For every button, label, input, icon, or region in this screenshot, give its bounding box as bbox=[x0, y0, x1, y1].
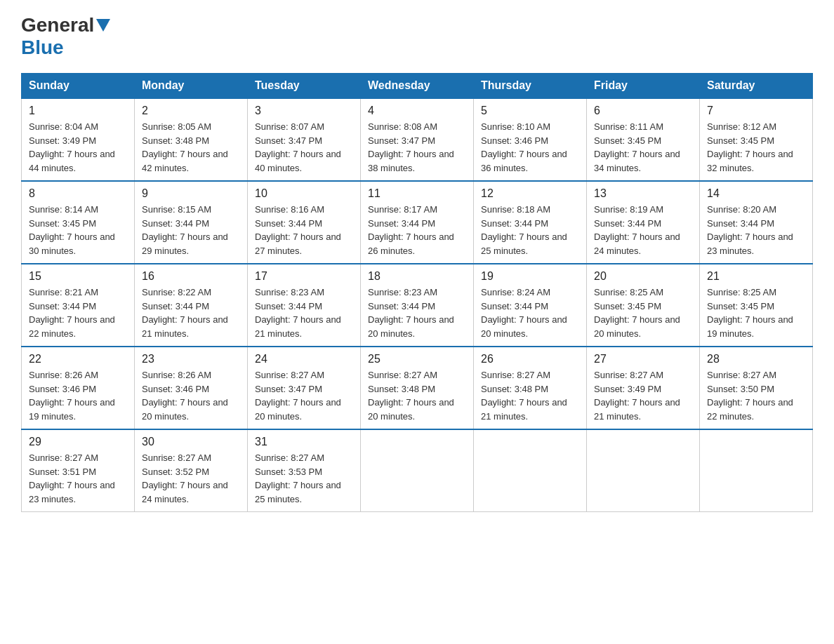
calendar-week-row: 15 Sunrise: 8:21 AMSunset: 3:44 PMDaylig… bbox=[22, 264, 813, 347]
logo-general-text: General bbox=[21, 14, 94, 36]
calendar-cell: 21 Sunrise: 8:25 AMSunset: 3:45 PMDaylig… bbox=[700, 264, 813, 347]
calendar-cell bbox=[700, 429, 813, 512]
calendar-cell bbox=[587, 429, 700, 512]
calendar-cell: 3 Sunrise: 8:07 AMSunset: 3:47 PMDayligh… bbox=[248, 98, 361, 181]
day-number: 22 bbox=[29, 353, 127, 365]
day-info: Sunrise: 8:04 AMSunset: 3:49 PMDaylight:… bbox=[29, 121, 115, 173]
calendar-cell: 31 Sunrise: 8:27 AMSunset: 3:53 PMDaylig… bbox=[248, 429, 361, 512]
day-number: 29 bbox=[29, 436, 127, 448]
calendar-cell: 28 Sunrise: 8:27 AMSunset: 3:50 PMDaylig… bbox=[700, 347, 813, 429]
day-number: 12 bbox=[481, 187, 579, 200]
day-number: 1 bbox=[29, 105, 127, 117]
day-info: Sunrise: 8:27 AMSunset: 3:52 PMDaylight:… bbox=[142, 452, 228, 504]
calendar-cell: 9 Sunrise: 8:15 AMSunset: 3:44 PMDayligh… bbox=[135, 181, 248, 264]
weekday-header-wednesday: Wednesday bbox=[361, 74, 474, 99]
calendar-cell: 12 Sunrise: 8:18 AMSunset: 3:44 PMDaylig… bbox=[474, 181, 587, 264]
calendar-cell: 13 Sunrise: 8:19 AMSunset: 3:44 PMDaylig… bbox=[587, 181, 700, 264]
day-number: 7 bbox=[707, 105, 805, 117]
calendar-cell: 1 Sunrise: 8:04 AMSunset: 3:49 PMDayligh… bbox=[22, 98, 135, 181]
logo-blue-text: Blue bbox=[21, 36, 64, 59]
day-info: Sunrise: 8:25 AMSunset: 3:45 PMDaylight:… bbox=[594, 287, 680, 339]
day-info: Sunrise: 8:21 AMSunset: 3:44 PMDaylight:… bbox=[29, 287, 115, 339]
calendar-week-row: 22 Sunrise: 8:26 AMSunset: 3:46 PMDaylig… bbox=[22, 347, 813, 429]
calendar-week-row: 8 Sunrise: 8:14 AMSunset: 3:45 PMDayligh… bbox=[22, 181, 813, 264]
day-info: Sunrise: 8:22 AMSunset: 3:44 PMDaylight:… bbox=[142, 287, 228, 339]
day-number: 21 bbox=[707, 270, 805, 283]
calendar-table: SundayMondayTuesdayWednesdayThursdayFrid… bbox=[21, 73, 813, 512]
day-info: Sunrise: 8:27 AMSunset: 3:53 PMDaylight:… bbox=[255, 452, 341, 504]
calendar-cell: 15 Sunrise: 8:21 AMSunset: 3:44 PMDaylig… bbox=[22, 264, 135, 347]
day-info: Sunrise: 8:10 AMSunset: 3:46 PMDaylight:… bbox=[481, 121, 567, 173]
calendar-cell: 30 Sunrise: 8:27 AMSunset: 3:52 PMDaylig… bbox=[135, 429, 248, 512]
day-number: 15 bbox=[29, 270, 127, 283]
day-number: 30 bbox=[142, 436, 240, 448]
day-number: 27 bbox=[594, 353, 692, 365]
day-number: 10 bbox=[255, 187, 353, 200]
day-info: Sunrise: 8:27 AMSunset: 3:48 PMDaylight:… bbox=[481, 370, 567, 422]
day-number: 17 bbox=[255, 270, 353, 283]
calendar-cell: 4 Sunrise: 8:08 AMSunset: 3:47 PMDayligh… bbox=[361, 98, 474, 181]
day-info: Sunrise: 8:27 AMSunset: 3:51 PMDaylight:… bbox=[29, 452, 115, 504]
calendar-cell: 11 Sunrise: 8:17 AMSunset: 3:44 PMDaylig… bbox=[361, 181, 474, 264]
weekday-header-thursday: Thursday bbox=[474, 74, 587, 99]
day-info: Sunrise: 8:15 AMSunset: 3:44 PMDaylight:… bbox=[142, 204, 228, 256]
day-info: Sunrise: 8:25 AMSunset: 3:45 PMDaylight:… bbox=[707, 287, 793, 339]
day-number: 8 bbox=[29, 187, 127, 200]
day-info: Sunrise: 8:19 AMSunset: 3:44 PMDaylight:… bbox=[594, 204, 680, 256]
page-header: General Blue bbox=[21, 14, 813, 59]
day-number: 16 bbox=[142, 270, 240, 283]
calendar-week-row: 29 Sunrise: 8:27 AMSunset: 3:51 PMDaylig… bbox=[22, 429, 813, 512]
day-info: Sunrise: 8:20 AMSunset: 3:44 PMDaylight:… bbox=[707, 204, 793, 256]
weekday-header-monday: Monday bbox=[135, 74, 248, 99]
calendar-cell: 18 Sunrise: 8:23 AMSunset: 3:44 PMDaylig… bbox=[361, 264, 474, 347]
day-info: Sunrise: 8:23 AMSunset: 3:44 PMDaylight:… bbox=[368, 287, 454, 339]
day-info: Sunrise: 8:11 AMSunset: 3:45 PMDaylight:… bbox=[594, 121, 680, 173]
calendar-cell bbox=[474, 429, 587, 512]
logo: General Blue bbox=[21, 14, 110, 59]
calendar-cell: 8 Sunrise: 8:14 AMSunset: 3:45 PMDayligh… bbox=[22, 181, 135, 264]
day-number: 3 bbox=[255, 105, 353, 117]
day-info: Sunrise: 8:27 AMSunset: 3:50 PMDaylight:… bbox=[707, 370, 793, 422]
day-info: Sunrise: 8:14 AMSunset: 3:45 PMDaylight:… bbox=[29, 204, 115, 256]
weekday-header-sunday: Sunday bbox=[22, 74, 135, 99]
day-number: 28 bbox=[707, 353, 805, 365]
calendar-cell: 10 Sunrise: 8:16 AMSunset: 3:44 PMDaylig… bbox=[248, 181, 361, 264]
weekday-header-friday: Friday bbox=[587, 74, 700, 99]
day-info: Sunrise: 8:05 AMSunset: 3:48 PMDaylight:… bbox=[142, 121, 228, 173]
day-number: 5 bbox=[481, 105, 579, 117]
day-number: 11 bbox=[368, 187, 466, 200]
day-number: 20 bbox=[594, 270, 692, 283]
calendar-cell: 20 Sunrise: 8:25 AMSunset: 3:45 PMDaylig… bbox=[587, 264, 700, 347]
day-info: Sunrise: 8:27 AMSunset: 3:49 PMDaylight:… bbox=[594, 370, 680, 422]
day-number: 25 bbox=[368, 353, 466, 365]
day-number: 2 bbox=[142, 105, 240, 117]
weekday-header-tuesday: Tuesday bbox=[248, 74, 361, 99]
calendar-cell: 27 Sunrise: 8:27 AMSunset: 3:49 PMDaylig… bbox=[587, 347, 700, 429]
calendar-cell: 14 Sunrise: 8:20 AMSunset: 3:44 PMDaylig… bbox=[700, 181, 813, 264]
weekday-header-saturday: Saturday bbox=[700, 74, 813, 99]
calendar-cell: 5 Sunrise: 8:10 AMSunset: 3:46 PMDayligh… bbox=[474, 98, 587, 181]
calendar-cell: 6 Sunrise: 8:11 AMSunset: 3:45 PMDayligh… bbox=[587, 98, 700, 181]
calendar-cell: 19 Sunrise: 8:24 AMSunset: 3:44 PMDaylig… bbox=[474, 264, 587, 347]
calendar-cell: 2 Sunrise: 8:05 AMSunset: 3:48 PMDayligh… bbox=[135, 98, 248, 181]
day-info: Sunrise: 8:27 AMSunset: 3:47 PMDaylight:… bbox=[255, 370, 341, 422]
day-info: Sunrise: 8:23 AMSunset: 3:44 PMDaylight:… bbox=[255, 287, 341, 339]
day-info: Sunrise: 8:24 AMSunset: 3:44 PMDaylight:… bbox=[481, 287, 567, 339]
calendar-cell: 23 Sunrise: 8:26 AMSunset: 3:46 PMDaylig… bbox=[135, 347, 248, 429]
day-number: 13 bbox=[594, 187, 692, 200]
calendar-cell: 22 Sunrise: 8:26 AMSunset: 3:46 PMDaylig… bbox=[22, 347, 135, 429]
calendar-cell: 24 Sunrise: 8:27 AMSunset: 3:47 PMDaylig… bbox=[248, 347, 361, 429]
day-info: Sunrise: 8:12 AMSunset: 3:45 PMDaylight:… bbox=[707, 121, 793, 173]
day-number: 31 bbox=[255, 436, 353, 448]
day-info: Sunrise: 8:08 AMSunset: 3:47 PMDaylight:… bbox=[368, 121, 454, 173]
day-number: 4 bbox=[368, 105, 466, 117]
calendar-cell: 16 Sunrise: 8:22 AMSunset: 3:44 PMDaylig… bbox=[135, 264, 248, 347]
calendar-cell: 29 Sunrise: 8:27 AMSunset: 3:51 PMDaylig… bbox=[22, 429, 135, 512]
day-number: 24 bbox=[255, 353, 353, 365]
calendar-cell: 17 Sunrise: 8:23 AMSunset: 3:44 PMDaylig… bbox=[248, 264, 361, 347]
day-info: Sunrise: 8:27 AMSunset: 3:48 PMDaylight:… bbox=[368, 370, 454, 422]
day-info: Sunrise: 8:18 AMSunset: 3:44 PMDaylight:… bbox=[481, 204, 567, 256]
day-number: 18 bbox=[368, 270, 466, 283]
day-number: 14 bbox=[707, 187, 805, 200]
calendar-cell: 7 Sunrise: 8:12 AMSunset: 3:45 PMDayligh… bbox=[700, 98, 813, 181]
